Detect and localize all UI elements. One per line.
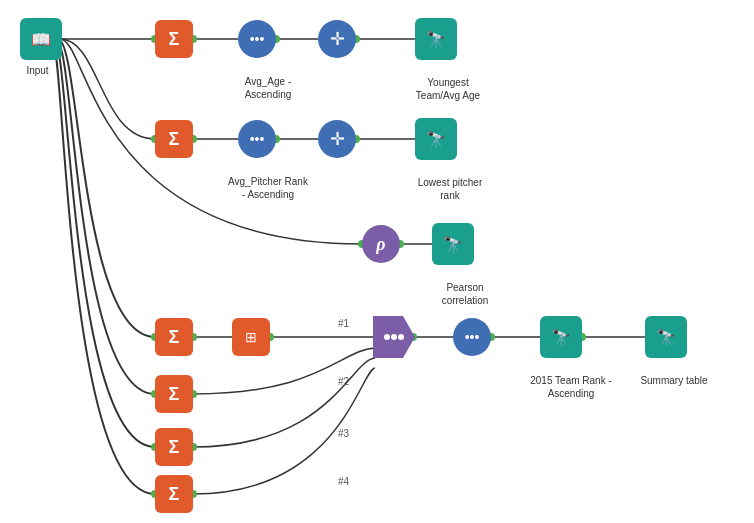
sum-node-4[interactable]: Σ xyxy=(155,375,193,413)
browse3-label: Pearson correlation xyxy=(425,268,505,307)
browse-node-1[interactable]: 🔭 xyxy=(415,18,457,60)
move-node-2[interactable]: ✛ xyxy=(318,120,356,158)
binoculars-icon-3: 🔭 xyxy=(443,235,463,254)
sum-node-1[interactable]: Σ xyxy=(155,20,193,58)
cross-icon-2: ✛ xyxy=(330,128,345,150)
browse4-label: 2015 Team Rank - Ascending xyxy=(526,361,616,400)
move-node-1[interactable]: ✛ xyxy=(318,20,356,58)
browse2-label: Lowest pitcher rank xyxy=(405,163,495,202)
svg-point-38 xyxy=(398,334,404,340)
hash-2: #2 xyxy=(338,376,349,387)
pearson-icon: ρ xyxy=(376,234,385,255)
binoculars-icon-5: 🔭 xyxy=(656,328,676,347)
hash-1: #1 xyxy=(338,318,349,329)
table-node[interactable]: ⊞ xyxy=(232,318,270,356)
dots-icon-3: ••• xyxy=(465,329,480,345)
sort-node-3[interactable]: ••• xyxy=(453,318,491,356)
cross-icon-1: ✛ xyxy=(330,28,345,50)
binoculars-icon-4: 🔭 xyxy=(551,328,571,347)
sum-node-6[interactable]: Σ xyxy=(155,475,193,513)
sigma-icon-5: Σ xyxy=(169,437,180,458)
workflow-canvas: 📖 Input Σ ••• ✛ 🔭 Youngest Team/Avg Age … xyxy=(0,0,754,523)
dots-icon-1: ••• xyxy=(250,31,265,47)
sigma-icon-4: Σ xyxy=(169,384,180,405)
avg-age-label: Avg_Age - Ascending xyxy=(228,62,308,101)
hash-4: #4 xyxy=(338,476,349,487)
browse1-label: Youngest Team/Avg Age xyxy=(408,63,488,102)
svg-point-36 xyxy=(384,334,390,340)
sigma-icon-3: Σ xyxy=(169,327,180,348)
book-icon: 📖 xyxy=(31,30,51,49)
input-node[interactable]: 📖 xyxy=(20,18,62,60)
browse5-label: Summary table xyxy=(634,361,714,387)
sort-node-1[interactable]: ••• xyxy=(238,20,276,58)
binoculars-icon-2: 🔭 xyxy=(426,130,446,149)
avg-pitcher-label: Avg_Pitcher Rank - Ascending xyxy=(218,162,318,201)
browse-node-5[interactable]: 🔭 xyxy=(645,316,687,358)
binoculars-icon-1: 🔭 xyxy=(426,30,446,49)
sigma-icon-1: Σ xyxy=(169,29,180,50)
sort-node-2[interactable]: ••• xyxy=(238,120,276,158)
union-node[interactable] xyxy=(373,316,415,358)
sum-node-2[interactable]: Σ xyxy=(155,120,193,158)
sum-node-3[interactable]: Σ xyxy=(155,318,193,356)
pearson-node[interactable]: ρ xyxy=(362,225,400,263)
svg-point-37 xyxy=(391,334,397,340)
dots-icon-2: ••• xyxy=(250,131,265,147)
sigma-icon-6: Σ xyxy=(169,484,180,505)
hash-3: #3 xyxy=(338,428,349,439)
browse-node-4[interactable]: 🔭 xyxy=(540,316,582,358)
table-icon: ⊞ xyxy=(245,329,257,345)
browse-node-2[interactable]: 🔭 xyxy=(415,118,457,160)
sum-node-5[interactable]: Σ xyxy=(155,428,193,466)
sigma-icon-2: Σ xyxy=(169,129,180,150)
input-label: Input xyxy=(10,64,65,77)
browse-node-3[interactable]: 🔭 xyxy=(432,223,474,265)
